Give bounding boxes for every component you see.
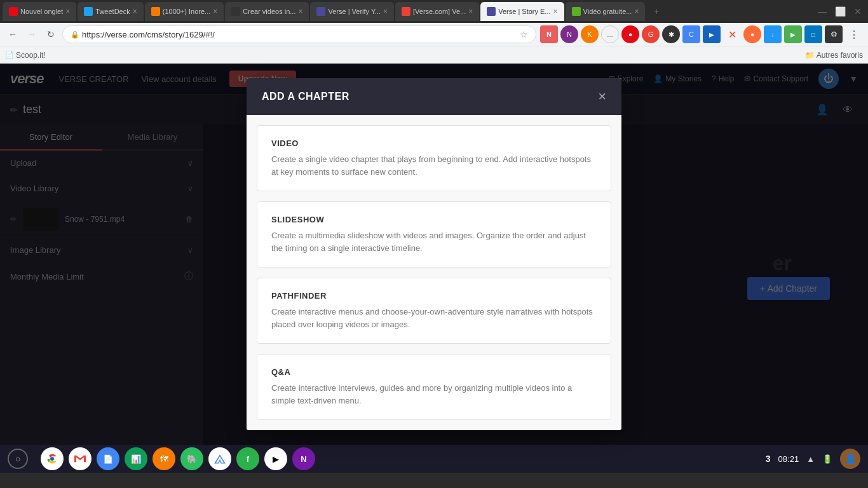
taskbar-app-play[interactable]: ▶ xyxy=(264,447,287,470)
extension-icon-11[interactable]: ● xyxy=(743,25,761,43)
taskbar-app-sheets[interactable]: 📊 xyxy=(125,447,147,470)
modal-title: ADD A CHAPTER xyxy=(262,91,349,102)
twitter-favicon xyxy=(84,7,93,16)
extension-icon-3[interactable]: K xyxy=(581,25,599,43)
tab-verse-verify-title: Verse | Verify Y... xyxy=(328,8,381,15)
tab-px-close[interactable]: × xyxy=(634,7,639,16)
forward-button[interactable]: → xyxy=(24,27,39,42)
bookmark-autres-favoris[interactable]: 📁 Autres favoris xyxy=(805,51,863,60)
chapter-desc-pathfinder: Create interactive menus and choose-your… xyxy=(271,306,597,330)
back-button[interactable]: ← xyxy=(5,27,20,42)
autres-favoris-label: Autres favoris xyxy=(817,51,863,60)
taskbar-left: ○ 📄 📊 🗺 🐘 f xyxy=(8,447,315,470)
taskbar-app-maps[interactable]: 🗺 xyxy=(153,447,175,470)
tab-crear-close[interactable]: × xyxy=(298,7,302,16)
battery-icon: 🔋 xyxy=(822,454,832,464)
chapter-option-qa[interactable]: Q&A Create interactive interviews, guide… xyxy=(257,354,611,420)
tab-netflix-close[interactable]: × xyxy=(65,7,70,16)
tab-crear[interactable]: Crear videos in... × xyxy=(225,2,309,21)
tab-gmail[interactable]: [Verse.com] Ve... × xyxy=(395,2,479,21)
taskbar-app-gmail[interactable] xyxy=(69,447,92,470)
wifi-icon: ▲ xyxy=(806,454,815,464)
tab-gmail-close[interactable]: × xyxy=(468,7,473,16)
tab-verse-story-title: Verse | Story E... xyxy=(498,8,550,15)
minimize-button[interactable]: — xyxy=(815,4,830,19)
tab-verse-verify-close[interactable]: × xyxy=(383,7,388,16)
taskbar-right: 3 08:21 ▲ 🔋 👤 xyxy=(766,449,860,469)
extension-icon-7[interactable]: ✱ xyxy=(662,25,680,43)
bookmark-star-icon[interactable]: ☆ xyxy=(520,29,528,39)
refresh-button[interactable]: ↻ xyxy=(43,27,58,42)
inoreader-favicon xyxy=(151,7,160,16)
tab-tweetdeck-close[interactable]: × xyxy=(133,7,137,16)
extension-icon-1[interactable]: N xyxy=(540,25,558,43)
scoopit-icon: 📄 xyxy=(5,51,14,59)
tab-bar: Nouvel onglet × TweetDeck × (1000+) Inor… xyxy=(0,0,868,23)
extension-icon-15[interactable]: ⚙ xyxy=(825,25,843,43)
chapter-type-video: VIDEO xyxy=(271,139,597,148)
svg-point-0 xyxy=(50,457,54,461)
px-favicon xyxy=(572,7,581,16)
close-window-button[interactable]: ✕ xyxy=(850,4,865,19)
chapter-option-pathfinder[interactable]: PATHFINDER Create interactive menus and … xyxy=(257,278,611,344)
tab-tweetdeck-title: TweetDeck xyxy=(95,8,130,15)
browser-toolbar-icons: N N K … ● G ✱ C ▶ ✕ ● ↓ ▶ □ ⚙ ⋮ xyxy=(540,25,863,43)
chapter-option-slideshow[interactable]: SLIDESHOW Create a multimedia slideshow … xyxy=(257,201,611,268)
extension-icon-13[interactable]: ▶ xyxy=(784,25,802,43)
taskbar-app-evernote[interactable]: 🐘 xyxy=(180,447,203,470)
maximize-button[interactable]: ⬜ xyxy=(832,4,848,19)
taskbar-apps: 📄 📊 🗺 🐘 f ▶ N xyxy=(41,447,315,470)
modal-close-button[interactable]: × xyxy=(598,90,606,104)
scoopit-label: Scoop.it! xyxy=(16,51,46,60)
extension-icon-8[interactable]: C xyxy=(682,25,700,43)
tab-inoreader-close[interactable]: × xyxy=(213,7,217,16)
chapter-option-video[interactable]: VIDEO Create a single video chapter that… xyxy=(257,125,611,191)
time-display: 08:21 xyxy=(778,454,799,464)
new-tab-button[interactable]: + xyxy=(649,4,664,19)
taskbar-app-docs[interactable]: 📄 xyxy=(97,447,119,470)
add-chapter-modal: ADD A CHAPTER × VIDEO Create a single vi… xyxy=(247,78,621,430)
tab-netflix-title: Nouvel onglet xyxy=(20,8,63,15)
extension-icon-5[interactable]: ● xyxy=(621,25,639,43)
taskbar-app-feedly[interactable]: f xyxy=(236,447,259,470)
tab-netflix[interactable]: Nouvel onglet × xyxy=(3,2,76,21)
extension-icon-6[interactable]: G xyxy=(642,25,660,43)
tab-gmail-title: [Verse.com] Ve... xyxy=(413,8,466,15)
chapter-desc-video: Create a single video chapter that plays… xyxy=(271,153,597,178)
gmail-favicon xyxy=(402,7,410,16)
bookmark-scoopit[interactable]: 📄 Scoop.it! xyxy=(5,51,46,60)
taskbar-app-chrome[interactable] xyxy=(41,447,64,470)
browser-chrome: Nouvel onglet × TweetDeck × (1000+) Inor… xyxy=(0,0,868,64)
modal-body: VIDEO Create a single video chapter that… xyxy=(247,115,621,430)
netflix-favicon xyxy=(9,7,18,16)
tab-verse-story[interactable]: Verse | Story E... × xyxy=(480,2,564,21)
address-text: https://verse.com/cms/story/1629/#!/ xyxy=(82,30,517,39)
secure-icon: 🔒 xyxy=(71,30,79,39)
taskbar-avatar[interactable]: 👤 xyxy=(840,449,860,469)
chapter-type-slideshow: SLIDESHOW xyxy=(271,215,597,224)
tab-inoreader[interactable]: (1000+) Inore... × xyxy=(145,2,224,21)
tab-verse-story-close[interactable]: × xyxy=(553,7,558,16)
bookmark-bar: 📄 Scoop.it! 📁 Autres favoris xyxy=(0,46,868,64)
taskbar-app-onenote[interactable]: N xyxy=(292,447,315,470)
extension-icon-12[interactable]: ↓ xyxy=(764,25,782,43)
app-background: verse VERSE CREATOR View account details… xyxy=(0,64,868,445)
tab-tweetdeck[interactable]: TweetDeck × xyxy=(78,2,143,21)
chrome-menu-button[interactable]: ⋮ xyxy=(845,25,863,43)
address-box[interactable]: 🔒 https://verse.com/cms/story/1629/#!/ ☆ xyxy=(62,25,536,43)
extension-icon-14[interactable]: □ xyxy=(804,25,822,43)
extension-icon-9[interactable]: ▶ xyxy=(703,25,721,43)
extension-icon-4[interactable]: … xyxy=(601,25,619,43)
taskbar-app-drive[interactable] xyxy=(208,447,231,470)
tab-verse-verify[interactable]: Verse | Verify Y... × xyxy=(310,2,394,21)
tab-px-title: Vidéo gratuite... xyxy=(583,8,632,15)
extension-icon-2[interactable]: N xyxy=(560,25,578,43)
verse-story-favicon xyxy=(487,7,496,16)
taskbar-battery-num: 3 xyxy=(766,454,771,464)
tab-px[interactable]: Vidéo gratuite... × xyxy=(566,2,646,21)
taskbar-system-icon[interactable]: ○ xyxy=(8,449,28,469)
address-bar-row: ← → ↻ 🔒 https://verse.com/cms/story/1629… xyxy=(0,23,868,46)
extension-icon-10[interactable]: ✕ xyxy=(723,25,741,43)
chapter-desc-slideshow: Create a multimedia slideshow with video… xyxy=(271,229,597,254)
taskbar: ○ 📄 📊 🗺 🐘 f xyxy=(0,445,868,473)
